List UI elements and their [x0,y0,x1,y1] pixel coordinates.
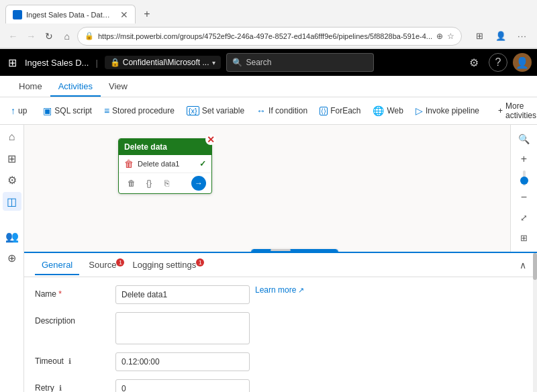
web-label: Web [387,106,403,115]
tab-close-button[interactable]: ✕ [120,9,128,20]
sidebar-icon-data[interactable]: ⊞ [3,149,21,168]
set-var-label: Set variable [202,106,244,115]
delete-node-container[interactable]: Delete data 🗑 Delete data1 ✓ 🗑 {} ⎘ → [118,138,212,194]
org-chevron-icon: ▾ [212,59,215,66]
delete-node-body: 🗑 Delete data1 ✓ [119,155,211,173]
delete-data-node[interactable]: Delete data 🗑 Delete data1 ✓ 🗑 {} ⎘ → [118,138,212,194]
toolbar-more-activities-button[interactable]: + More activities ▾ [493,99,537,123]
bottom-panel: General Source 1 Logging settings 1 ∧ [24,252,537,392]
timeout-input[interactable] [115,352,250,371]
panel-scrollbar[interactable] [533,253,537,392]
tab-view[interactable]: View [101,77,136,97]
invoke-label: Invoke pipeline [426,106,479,115]
retry-info-icon[interactable]: ℹ [59,384,62,392]
delete-node-connect-btn[interactable]: → [191,176,206,191]
extensions-button[interactable]: ⊞ [470,27,489,46]
zoom-controls: 🔍 + − ⤢ ⊞ [510,125,537,252]
panel-content: Name * Learn more ↗ Description [24,277,537,392]
panel-tab-general[interactable]: General [35,256,79,275]
toolbar-stored-procedure-button[interactable]: ≡ Stored procedure [99,103,180,119]
toolbar-foreach-button[interactable]: ⟨⟩ ForEach [314,103,366,118]
more-icon: + [498,106,503,115]
name-input[interactable] [115,285,250,304]
stored-proc-icon: ≡ [104,105,109,116]
panel-tab-logging[interactable]: Logging settings 1 [126,256,203,275]
timeout-label: Timeout ℹ [35,352,115,366]
if-label: If condition [268,106,307,115]
url-text: https://msit.powerbi.com/groups/4752ef9c… [98,32,432,40]
foreach-label: ForEach [330,106,360,115]
retry-input[interactable] [115,379,250,392]
delete-node-delete-btn[interactable]: 🗑 [124,176,139,191]
ribbon-area: Home Activities View ↑ up ▣ SQL script ≡… [0,76,537,125]
app-bar-actions: ⚙ ? 👤 [465,53,532,72]
pipeline-canvas-area: Delete data 🗑 Delete data1 ✓ 🗑 {} ⎘ → [24,125,537,252]
tab-home[interactable]: Home [11,77,50,97]
form-row-description: Description [35,312,526,344]
delete-node-header: Delete data [119,139,211,155]
sql-label: SQL script [54,106,92,115]
tab-title: Ingest Sales Data - Data enginee... [26,11,113,19]
back-button[interactable]: ← [5,27,21,46]
profile-icon: ⊕ [436,32,443,41]
search-icon: 🔍 [232,58,242,67]
new-tab-button[interactable]: + [138,5,156,23]
address-bar[interactable]: 🔒 https://msit.powerbi.com/groups/4752ef… [77,27,462,46]
forward-button[interactable]: → [23,27,39,46]
fit-canvas-button[interactable]: ⤢ [516,209,533,226]
toolbar-up-button[interactable]: ↑ up [5,103,32,119]
user-avatar[interactable]: 👤 [513,53,532,72]
zoom-slider[interactable] [523,170,526,186]
toolbar-web-button[interactable]: 🌐 Web [367,103,408,119]
sidebar-icon-people[interactable]: 👥 [3,227,21,246]
source-badge: 1 [116,258,124,266]
waffle-menu-button[interactable]: ⊞ [5,54,19,72]
panel-tab-source[interactable]: Source 1 [82,256,123,275]
name-label: Name * [35,285,115,299]
settings-button[interactable]: ⚙ [465,53,483,72]
app-name-label: Ingest Sales D... [25,58,89,68]
reload-button[interactable]: ↻ [42,27,57,46]
tab-activities[interactable]: Activities [50,77,101,97]
timeout-info-icon[interactable]: ℹ [68,357,71,365]
app-divider: | [95,58,97,68]
delete-node-copy-btn[interactable]: ⎘ [159,176,174,191]
sidebar-icon-layers[interactable]: ◫ [3,192,21,211]
learn-more-link[interactable]: Learn more ↗ [255,285,304,295]
home-button[interactable]: ⌂ [59,27,75,46]
retry-label: Retry ℹ [35,379,115,392]
tab-favicon [13,10,22,19]
toolbar-set-variable-button[interactable]: {x} Set variable [181,103,250,118]
form-row-retry: Retry ℹ [35,379,526,392]
form-row-timeout: Timeout ℹ [35,352,526,371]
sidebar-icon-settings[interactable]: ⊕ [3,248,21,267]
browser-menu-button[interactable]: ··· [513,27,532,46]
grid-view-button[interactable]: ⊞ [516,229,533,246]
up-icon: ↑ [11,105,15,116]
global-search[interactable]: 🔍 Search [226,53,374,72]
delete-node-code-btn[interactable]: {} [142,176,156,191]
icon-sidebar: ⌂ ⊞ ⚙ ◫ 👥 ⊕ [0,125,24,392]
toolbar-if-condition-button[interactable]: ↔ If condition [251,103,313,119]
toolbar-sql-script-button[interactable]: ▣ SQL script [38,103,97,119]
toolbar-invoke-pipeline-button[interactable]: ▷ Invoke pipeline [410,103,485,119]
help-button[interactable]: ? [489,53,507,72]
canvas-search-button[interactable]: 🔍 [516,130,533,148]
org-selector[interactable]: 🔒 Confidential\Microsoft ... ▾ [105,56,221,69]
description-label: Description [35,312,115,326]
panel-close-button[interactable]: ∧ [520,260,526,271]
sidebar-icon-home[interactable]: ⌂ [3,128,21,146]
name-required-marker: * [58,289,62,299]
more-label: More activities [505,101,536,120]
zoom-out-button[interactable]: − [516,189,533,206]
up-label: up [18,106,27,115]
browser-tab-active[interactable]: Ingest Sales Data - Data enginee... ✕ [5,5,136,23]
zoom-in-button[interactable]: + [516,150,533,168]
set-var-icon: {x} [187,106,199,115]
description-input[interactable] [115,312,250,344]
web-icon: 🌐 [373,105,384,116]
org-icon: 🔒 [110,58,120,67]
sidebar-icon-factory[interactable]: ⚙ [3,170,21,189]
profile-button[interactable]: 👤 [491,27,510,46]
collapse-bar [271,249,291,251]
